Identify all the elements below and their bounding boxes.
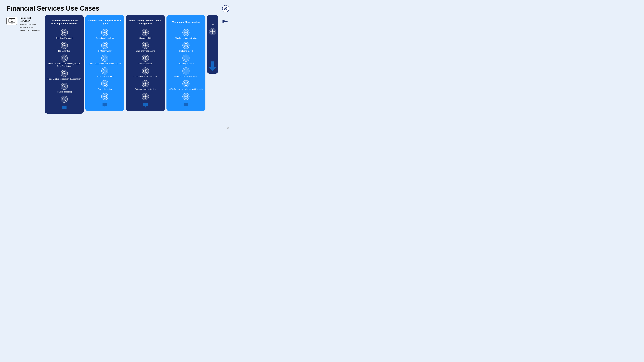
compass-icon-tech-modern-3 <box>182 67 190 74</box>
svg-point-157 <box>212 31 213 32</box>
down-arrow-corp-invest <box>61 105 67 111</box>
down-arrow-retail-banking <box>142 102 148 108</box>
financial-services-icon <box>6 17 18 25</box>
svg-marker-159 <box>208 67 216 71</box>
svg-point-39 <box>64 99 65 99</box>
item-label-retail-banking-4: Data & Analytics Service <box>133 88 158 92</box>
item-label-tech-modern-3: Event-driven Microservices <box>173 75 199 79</box>
svg-point-70 <box>104 83 105 84</box>
svg-point-21 <box>64 58 65 58</box>
down-arrow-finance-risk <box>102 102 108 108</box>
compass-icon-finance-risk-0 <box>101 29 108 36</box>
column-tech-modern: Technology Modernization Mainframe Moder… <box>166 15 206 111</box>
compass-icon-finance-risk-4 <box>101 80 108 87</box>
extra-compass-icon <box>209 28 216 35</box>
col-header-retail-banking: Retail Banking, Wealth & Asset Managemen… <box>126 15 165 28</box>
more-arrow <box>221 15 230 26</box>
item-label-finance-risk-1: IT Observability <box>96 49 113 54</box>
column-extra: ... <box>207 15 218 74</box>
svg-point-76 <box>104 96 105 97</box>
page-number: 46 <box>227 127 229 129</box>
item-label-corp-invest-3: Trade System Integration & Automation <box>46 77 83 82</box>
svg-point-138 <box>186 70 186 71</box>
page-title: Financial Services Use Cases <box>0 0 234 15</box>
bottom-compass-tech-modern <box>182 93 190 100</box>
svg-point-46 <box>104 32 105 33</box>
item-label-corp-invest-4: Trade Processing <box>55 90 74 95</box>
item-label-corp-invest-1: Risk Analytics <box>57 49 72 54</box>
svg-point-52 <box>104 45 105 46</box>
bottom-compass-retail-banking <box>142 93 149 100</box>
svg-point-126 <box>186 45 186 46</box>
company-name: Financial Services <box>20 17 42 22</box>
down-arrow-tech-modern <box>183 102 189 108</box>
nav-button[interactable] <box>222 5 229 12</box>
svg-point-9 <box>64 32 65 33</box>
sidebar-text: Financial Services Reshape customer expe… <box>20 17 42 32</box>
compass-icon-finance-risk-2 <box>101 54 108 62</box>
item-label-finance-risk-2: Cyber Security / SIEM Modernization <box>88 62 122 66</box>
svg-point-15 <box>64 45 65 46</box>
svg-point-120 <box>186 32 186 33</box>
compass-icon-corp-invest-2 <box>61 54 68 62</box>
item-label-finance-risk-3: Credit & Market Risk <box>94 75 115 79</box>
svg-point-95 <box>145 58 146 58</box>
item-label-tech-modern-4: CDC Patterns from System of Records <box>168 88 204 92</box>
svg-marker-160 <box>222 20 228 23</box>
svg-point-101 <box>145 70 146 71</box>
item-label-retail-banking-0: Customer 360 <box>138 37 153 41</box>
svg-point-64 <box>104 70 105 71</box>
item-label-retail-banking-3: Client Advisor Workstations <box>132 75 159 79</box>
compass-icon-tech-modern-2 <box>182 54 190 62</box>
svg-point-58 <box>104 58 105 58</box>
item-label-finance-risk-0: Operational Log Hub <box>94 37 116 41</box>
svg-point-2 <box>12 20 12 21</box>
bottom-compass-finance-risk <box>101 93 108 100</box>
svg-point-150 <box>186 96 186 97</box>
compass-icon-corp-invest-0 <box>61 29 68 36</box>
svg-point-113 <box>145 96 146 97</box>
item-label-tech-modern-0: Mainframe Modernization <box>174 37 198 41</box>
compass-icon-retail-banking-2 <box>142 54 149 62</box>
item-label-tech-modern-2: Streaming Analytics <box>176 62 196 66</box>
svg-rect-158 <box>212 61 214 67</box>
company-desc: Reshape customer experience and streamli… <box>20 23 42 32</box>
compass-icon-corp-invest-4 <box>61 83 68 90</box>
column-corp-invest: Corporate and Investment Banking, Capita… <box>45 15 84 114</box>
compass-icon-retail-banking-4 <box>142 80 149 87</box>
col-header-tech-modern: Technology Modernization <box>166 15 206 28</box>
item-label-corp-invest-0: Real-time Payments <box>54 37 74 41</box>
item-label-corp-invest-2: Market, Reference, & Security Master Dat… <box>45 62 84 69</box>
col-header-corp-invest: Corporate and Investment Banking, Capita… <box>45 15 84 28</box>
compass-icon-retail-banking-0 <box>142 29 149 36</box>
item-label-finance-risk-4: Fraud Detection <box>96 88 113 92</box>
svg-point-107 <box>145 83 146 84</box>
svg-point-144 <box>186 83 186 84</box>
compass-icon-corp-invest-3 <box>61 70 68 77</box>
extra-arrow <box>208 61 216 71</box>
svg-marker-114 <box>143 103 148 108</box>
svg-point-89 <box>145 45 146 46</box>
compass-icon-corp-invest-1 <box>61 42 68 49</box>
sidebar-card: Financial Services Reshape customer expe… <box>6 15 42 32</box>
svg-point-27 <box>64 73 65 74</box>
item-label-retail-banking-2: Fraud Detection <box>137 62 154 66</box>
svg-marker-151 <box>184 103 188 108</box>
item-label-tech-modern-1: Bridge to Cloud <box>178 49 194 54</box>
column-retail-banking: Retail Banking, Wealth & Asset Managemen… <box>126 15 165 111</box>
col-header-finance-risk: Finance, Risk, Compliance, IT & Cyber <box>85 15 124 28</box>
extra-dots: ... <box>210 18 214 27</box>
compass-icon-tech-modern-0 <box>182 29 190 36</box>
compass-icon-finance-risk-3 <box>101 67 108 74</box>
compass-icon-tech-modern-4 <box>182 80 190 87</box>
svg-point-33 <box>64 86 65 86</box>
svg-rect-3 <box>11 23 13 23</box>
main-content: Financial Services Reshape customer expe… <box>0 15 234 114</box>
bottom-compass-corp-invest <box>61 96 68 103</box>
columns-area: Corporate and Investment Banking, Capita… <box>45 15 218 114</box>
item-label-retail-banking-1: Omni-channel Banking <box>134 49 157 54</box>
column-finance-risk: Finance, Risk, Compliance, IT & Cyber Op… <box>85 15 124 111</box>
compass-icon-finance-risk-1 <box>101 42 108 49</box>
compass-icon-retail-banking-3 <box>142 67 149 74</box>
compass-icon-retail-banking-1 <box>142 42 149 49</box>
